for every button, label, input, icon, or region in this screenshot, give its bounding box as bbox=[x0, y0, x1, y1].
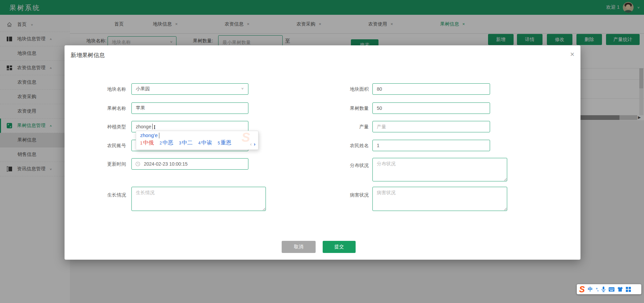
candidate-index: 5 bbox=[218, 141, 220, 145]
field-label: 分布状况 bbox=[322, 162, 369, 169]
submit-button[interactable]: 提交 bbox=[323, 241, 356, 253]
chevron-down-icon: ∨ bbox=[241, 87, 244, 90]
candidate-text: 中恶 bbox=[162, 140, 173, 145]
farmer-name-input[interactable] bbox=[372, 140, 490, 151]
candidate-index: 2 bbox=[160, 141, 162, 145]
field-label: 果树数量 bbox=[322, 102, 369, 114]
ime-composition: zhong'e bbox=[140, 132, 158, 138]
sogou-watermark: S bbox=[242, 130, 250, 145]
disease-textarea[interactable] bbox=[372, 187, 507, 211]
candidate-index: 1 bbox=[140, 141, 143, 145]
distribution-textarea[interactable] bbox=[372, 158, 507, 181]
ime-candidate-window: zhong'e S 1中俄 2中恶 3中二 4中诶 5重恩 ‹› bbox=[136, 131, 258, 150]
field-label: 农民账号 bbox=[79, 140, 126, 151]
candidate-text: 中俄 bbox=[143, 140, 154, 145]
ime-candidate[interactable]: 2中恶 bbox=[160, 139, 173, 146]
cancel-button[interactable]: 取消 bbox=[282, 241, 316, 253]
field-label: 地块面积 bbox=[322, 83, 369, 95]
update-time-input[interactable] bbox=[131, 158, 248, 170]
dialog-title: 新增果树信息 bbox=[71, 51, 105, 59]
field-label: 地块名称 bbox=[79, 83, 126, 95]
punctuation-icon[interactable]: °, bbox=[596, 287, 598, 292]
field-label: 生长情况 bbox=[79, 191, 126, 198]
ime-candidate[interactable]: 5重恩 bbox=[218, 139, 232, 146]
field-label: 更新时间 bbox=[79, 158, 126, 170]
field-label: 农民姓名 bbox=[322, 140, 369, 151]
add-fruit-dialog: 新增果树信息 × 地块名称 ∨ 果树名称 种植类型 农民账号 更新时间 生长情况… bbox=[65, 45, 580, 260]
skin-icon[interactable] bbox=[617, 287, 623, 292]
ibeam-cursor: I bbox=[154, 124, 156, 130]
tree-count-input[interactable] bbox=[372, 102, 490, 114]
field-label: 种植类型 bbox=[79, 121, 126, 132]
field-label: 病害状况 bbox=[322, 191, 369, 198]
field-label: 果树名称 bbox=[79, 102, 126, 114]
sogou-toolbar: S 中 °, bbox=[577, 284, 641, 294]
candidate-index: 4 bbox=[198, 141, 201, 145]
candidate-text: 重恩 bbox=[220, 140, 231, 145]
text-caret bbox=[152, 124, 153, 129]
clock-icon bbox=[135, 162, 140, 166]
app-screen: 果树系统 欢迎 1 ∨ 首页 ∨ 地块信息管理 ∧ 地块信息 农资信息 bbox=[0, 0, 644, 303]
candidate-index: 3 bbox=[179, 141, 181, 145]
ime-candidate[interactable]: 1中俄 bbox=[140, 139, 154, 146]
ime-caret bbox=[159, 133, 159, 138]
candidate-text: 中诶 bbox=[201, 140, 212, 145]
candidate-text: 中二 bbox=[182, 140, 193, 145]
ime-candidate[interactable]: 3中二 bbox=[179, 139, 193, 146]
plot-name-select[interactable] bbox=[131, 83, 248, 95]
keyboard-icon[interactable] bbox=[609, 287, 614, 292]
ime-candidate[interactable]: 4中诶 bbox=[198, 139, 212, 146]
page-prev-icon[interactable]: ‹ bbox=[250, 141, 252, 147]
growth-textarea[interactable] bbox=[131, 187, 266, 211]
ime-candidates: 1中俄 2中恶 3中二 4中诶 5重恩 bbox=[140, 139, 231, 146]
close-icon[interactable]: × bbox=[570, 51, 574, 58]
tree-name-input[interactable] bbox=[131, 102, 248, 114]
chinese-mode-icon[interactable]: 中 bbox=[588, 286, 593, 293]
page-next-icon[interactable]: › bbox=[254, 141, 255, 147]
microphone-icon[interactable] bbox=[601, 287, 606, 292]
ime-pager: ‹› bbox=[250, 141, 255, 147]
toolbox-icon[interactable] bbox=[626, 287, 631, 292]
field-label: 产量 bbox=[322, 121, 369, 132]
yield-input[interactable] bbox=[372, 121, 490, 132]
plot-area-input[interactable] bbox=[372, 83, 490, 95]
sogou-logo-icon[interactable]: S bbox=[579, 285, 585, 294]
